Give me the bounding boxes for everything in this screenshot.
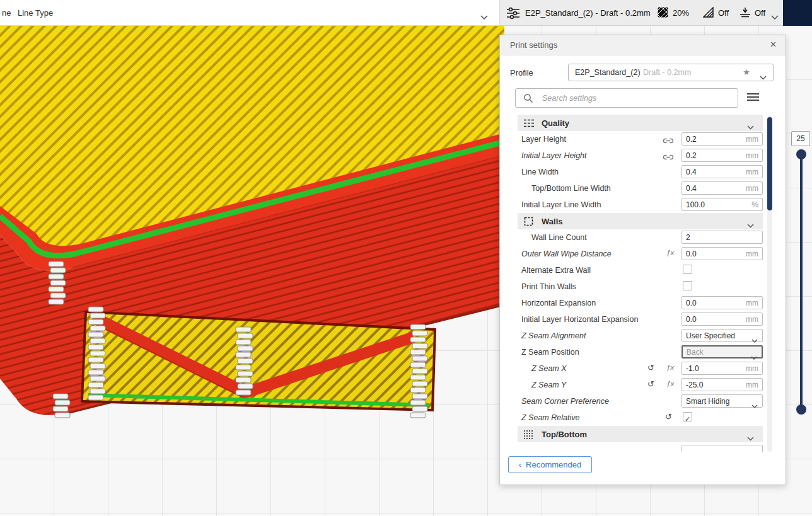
section-header-walls[interactable]: Walls [518,213,763,229]
recommended-mode-button[interactable]: ‹Recommended [508,456,592,473]
infill-icon [658,7,668,20]
link-icon [663,152,674,163]
close-icon[interactable]: ✕ [770,40,777,49]
profile-variant: Draft - 0.2mm [643,68,691,77]
print-thin-walls-checkbox[interactable] [683,281,692,290]
setting-row-top-bottom-line-width: Top/Bottom Line Width 0.4mm [518,180,763,197]
layer-height-field[interactable]: 0.2mm [682,132,763,146]
initial-layer-height-field[interactable]: 0.2mm [682,149,763,162]
scrollbar-thumb[interactable] [767,117,772,210]
print-settings-panel: Print settings ✕ Profile E2P_Standard_(2… [499,35,786,485]
alternate-extra-wall-checkbox[interactable] [683,265,692,274]
formula-icon: ƒx [666,364,674,371]
section-header-top-bottom[interactable]: Top/Bottom [518,426,763,442]
support-value: Off [718,0,729,26]
z-seam-y-field[interactable]: -25.0mm [682,378,763,391]
z-seam-relative-checkbox[interactable]: ✓ [683,412,692,421]
infill-value: 20% [673,0,689,26]
model-preview[interactable] [0,26,504,516]
print-setup-summary-button[interactable]: E2P_Standard_(2) - Draft - 0.2mm 20% Off… [499,0,783,26]
walls-icon [524,217,533,229]
panel-header: Print settings ✕ [500,35,786,55]
setting-row-z-seam-x: Z Seam X ↺ ƒx -1.0mm [518,360,763,377]
wall-line-count-field[interactable]: 2 [682,231,763,244]
chevron-down-icon [771,11,779,22]
top-bottom-line-width-field[interactable]: 0.4mm [682,181,763,195]
setting-row-layer-height: Layer Height 0.2mm [518,131,763,147]
setting-row-z-seam-position: Z Seam Position Back [518,344,763,360]
setting-row-initial-layer-line-width: Initial Layer Line Width 100.0% [518,197,763,213]
formula-icon: ƒx [666,380,674,387]
top-bottom-icon [524,430,534,442]
layer-number-box: 25 [791,131,810,146]
setting-row-partially-visible [518,442,763,452]
settings-list: Quality Layer Height 0.2mm Initial Layer… [518,115,763,452]
toolbar: ne Line Type E2P_Standard_(2) - Draft - … [0,0,812,26]
setting-row-initial-layer-horizontal-expansion: Initial Layer Horizontal Expansion 0.0mm [518,311,763,328]
setting-row-seam-corner-preference: Seam Corner Preference Smart Hiding [518,393,763,410]
layer-slider-track[interactable] [800,155,803,408]
outer-wall-wipe-distance-field[interactable]: 0.0mm [682,247,763,260]
settings-search[interactable] [515,88,738,108]
chevron-down-icon [760,71,767,83]
stage-header-fragment [783,0,812,26]
search-icon [523,93,533,103]
setting-row-line-width: Line Width 0.4mm [518,164,763,180]
check-icon: ✓ [685,415,690,423]
support-icon [703,7,714,20]
seam-corner-preference-dropdown[interactable]: Smart Hiding [682,394,763,408]
layer-number: 25 [796,134,804,143]
initial-layer-line-width-field[interactable]: 100.0% [682,198,763,211]
color-scheme-dropdown[interactable]: Line Type [18,8,53,18]
truncated-label: ne [2,8,11,18]
chevron-down-icon[interactable] [480,11,488,22]
profile-combobox[interactable]: E2P_Standard_(2) Draft - 0.2mm ★ [568,64,774,81]
setting-row-initial-layer-height: Initial Layer Height 0.2mm [518,147,763,164]
setting-row-z-seam-alignment: Z Seam Alignment User Specified [518,328,763,344]
layer-slider-top-handle[interactable] [796,149,806,159]
setting-row-alternate-extra-wall: Alternate Extra Wall [518,262,763,278]
formula-icon: ƒx [666,249,674,256]
reset-icon[interactable]: ↺ [647,363,654,372]
setting-row-z-seam-y: Z Seam Y ↺ ƒx -25.0mm [518,377,763,393]
z-seam-x-field[interactable]: -1.0mm [682,362,763,375]
setting-row-print-thin-walls: Print Thin Walls [518,278,763,295]
profile-name: E2P_Standard_(2) [575,68,641,77]
profile-label: Profile [510,68,533,77]
setting-row-outer-wall-wipe-distance: Outer Wall Wipe Distance ƒx 0.0mm [518,246,763,262]
settings-scrollbar[interactable] [767,115,772,452]
z-seam-alignment-dropdown[interactable]: User Specified [682,329,763,342]
panel-title: Print settings [510,40,557,50]
back-chevron-icon: ‹ [519,460,521,469]
setting-row-wall-line-count: Wall Line Count 2 [518,229,763,246]
adhesion-icon [740,7,751,20]
active-profile-summary: E2P_Standard_(2) - Draft - 0.2mm [525,0,651,26]
reset-icon[interactable]: ↺ [647,379,654,389]
setting-row-z-seam-relative: Z Seam Relative ↺ ✓ [518,410,763,426]
search-input[interactable] [542,89,731,106]
menu-icon[interactable] [747,93,759,104]
layer-slider-bottom-handle[interactable] [796,404,806,415]
z-seam-position-dropdown[interactable]: Back [682,345,763,358]
link-icon [663,135,674,147]
initial-layer-horizontal-expansion-field[interactable]: 0.0mm [682,312,763,326]
horizontal-expansion-field[interactable]: 0.0mm [682,296,763,309]
quality-icon [524,118,535,130]
partial-setting-field[interactable] [682,445,763,452]
adhesion-value: Off [755,0,765,26]
reset-icon[interactable]: ↺ [665,412,672,421]
setting-row-horizontal-expansion: Horizontal Expansion 0.0mm [518,295,763,311]
section-header-quality[interactable]: Quality [518,115,763,131]
sliders-icon [506,7,520,22]
line-width-field[interactable]: 0.4mm [682,165,763,178]
star-icon[interactable]: ★ [743,67,750,77]
